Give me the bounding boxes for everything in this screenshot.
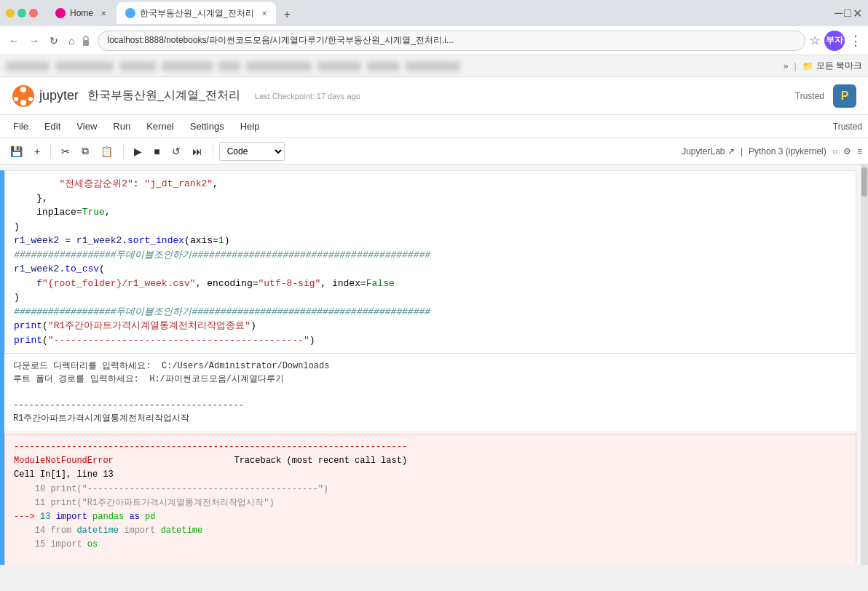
kernel-status: Python 3 (ipykernel) (749, 146, 826, 156)
python-icon: P (833, 84, 856, 108)
scrollbar-track[interactable] (861, 164, 868, 565)
copy-button[interactable]: ⧉ (77, 142, 93, 160)
address-input[interactable] (98, 31, 805, 51)
cell-type-select[interactable]: Code Markdown Raw (219, 142, 285, 161)
svg-point-4 (14, 97, 18, 101)
kernel-circle: ○ (832, 146, 837, 156)
output-text-content: 다운로드 디렉터리를 입력하세요: C:/Users/Administrator… (4, 354, 856, 431)
toolbar-separator-icon: | (741, 146, 743, 156)
bookmark-star-button[interactable]: ☆ (810, 33, 820, 47)
menu-help[interactable]: Help (233, 118, 267, 135)
trusted-status: Trusted (833, 122, 862, 132)
tab-notebook-label: 한국부동산원_시계열_전처리 (140, 7, 254, 20)
cell-content-code: "전세증감순위2": "j_dt_rank2", }, inplace=True… (4, 170, 868, 354)
window-controls[interactable] (6, 9, 38, 17)
window-restore-btn[interactable]: □ (844, 7, 851, 20)
output-cell-text: 다운로드 디렉터리를 입력하세요: C:/Users/Administrator… (0, 354, 868, 434)
svg-point-5 (28, 97, 33, 101)
nav-back-button[interactable]: ← (6, 32, 22, 49)
lock-icon (82, 36, 90, 46)
svg-point-2 (20, 87, 26, 92)
minimize-button[interactable] (6, 9, 15, 17)
toolbar-settings-icon[interactable]: ⚙ (843, 146, 851, 156)
jupyter-header: jupyter 한국부동산원_시계열_전처리 Last Checkpoint: … (0, 77, 868, 115)
error-output-area: ----------------------------------------… (4, 434, 856, 565)
jupyter-logo: jupyter (12, 84, 79, 108)
bookmark-5[interactable] (218, 61, 240, 71)
tab-notebook-icon (125, 8, 135, 18)
bookmarks-bar: » | 📁 모든 북마크 (0, 55, 868, 77)
toolbar-menu-icon[interactable]: ≡ (857, 146, 862, 156)
bookmark-4[interactable] (162, 61, 213, 71)
notebook-name[interactable]: 한국부동산원_시계열_전처리 (87, 88, 240, 103)
toolbar-separator-3 (213, 144, 213, 159)
run-button[interactable]: ▶ (130, 143, 146, 160)
svg-point-3 (20, 100, 26, 106)
tab-home[interactable]: Home ✕ (47, 2, 115, 24)
window-close-btn[interactable]: ✕ (853, 7, 862, 20)
tab-home-close[interactable]: ✕ (100, 9, 106, 17)
jupyterlab-link[interactable]: JupyterLab ↗ (682, 146, 735, 156)
bookmark-9[interactable] (406, 61, 460, 71)
window-minimize-btn[interactable]: ─ (835, 7, 843, 20)
svg-rect-0 (83, 40, 89, 46)
bookmark-2[interactable] (55, 61, 114, 71)
nav-forward-button[interactable]: → (26, 32, 42, 49)
profile-icon[interactable]: 부자 (824, 31, 845, 51)
jupyter-logo-icon (12, 84, 35, 108)
menu-run[interactable]: Run (106, 118, 138, 135)
scrollbar-thumb[interactable] (861, 167, 867, 197)
output-content: 다운로드 디렉터리를 입력하세요: C:/Users/Administrator… (4, 354, 868, 434)
add-tab-button[interactable]: + (277, 5, 296, 24)
folder-icon: 📁 (802, 61, 813, 71)
bookmark-6[interactable] (246, 61, 312, 71)
toolbar-separator-2 (123, 144, 124, 159)
all-bookmarks-button[interactable]: 📁 모든 북마크 (802, 60, 862, 72)
menu-kernel[interactable]: Kernel (139, 118, 181, 135)
output-text-area: 다운로드 디렉터리를 입력하세요: C:/Users/Administrator… (4, 354, 856, 431)
bookmark-7[interactable] (317, 61, 361, 71)
menu-file[interactable]: File (6, 118, 36, 135)
title-bar: Home ✕ 한국부동산원_시계열_전처리 ✕ + ─ □ ✕ (0, 0, 868, 26)
add-cell-button[interactable]: + (30, 143, 44, 160)
menu-edit[interactable]: Edit (37, 118, 68, 135)
paste-button[interactable]: 📋 (96, 143, 117, 160)
stop-button[interactable]: ■ (149, 143, 164, 160)
trusted-label: Trusted (795, 91, 824, 101)
menu-view[interactable]: View (69, 118, 104, 135)
browser-menu-button[interactable]: ⋮ (849, 33, 862, 49)
bookmark-3[interactable] (119, 61, 156, 71)
jupyter-logo-text: jupyter (39, 88, 79, 103)
tab-notebook[interactable]: 한국부동산원_시계열_전처리 ✕ (117, 2, 276, 24)
code-cell-input[interactable]: "전세증감순위2": "j_dt_rank2", }, inplace=True… (4, 170, 856, 354)
restart-button[interactable]: ↺ (167, 143, 185, 160)
bookmark-8[interactable] (367, 61, 400, 71)
menu-settings[interactable]: Settings (183, 118, 232, 135)
bookmark-1[interactable] (6, 61, 50, 71)
close-button[interactable] (29, 9, 38, 17)
nav-refresh-button[interactable]: ↻ (47, 32, 61, 49)
bookmarks-expand-button[interactable]: » (784, 61, 789, 71)
error-output-text: ----------------------------------------… (4, 434, 856, 565)
notebook-area[interactable]: "전세증감순위2": "j_dt_rank2", }, inplace=True… (0, 164, 868, 565)
tab-home-icon (55, 8, 66, 18)
error-content: ----------------------------------------… (4, 434, 868, 565)
cut-button[interactable]: ✂ (57, 143, 74, 160)
code-cell-1: "전세증감순위2": "j_dt_rank2", }, inplace=True… (0, 170, 868, 354)
save-button[interactable]: 💾 (6, 143, 27, 160)
error-cell: ----------------------------------------… (0, 434, 868, 565)
menu-bar: File Edit View Run Kernel Settings Help … (0, 115, 868, 138)
restart-run-button[interactable]: ⏭ (188, 143, 207, 160)
checkpoint-text: Last Checkpoint: 17 days ago (255, 92, 360, 100)
bookmarks-right: » | 📁 모든 북마크 (784, 60, 862, 72)
tab-home-label: Home (70, 8, 93, 18)
nav-home-button[interactable]: ⌂ (66, 32, 77, 49)
maximize-button[interactable] (17, 9, 26, 17)
python-label: P (841, 90, 849, 103)
tab-notebook-close[interactable]: ✕ (261, 9, 267, 17)
toolbar-separator-1 (50, 144, 51, 159)
code-input-text: "전세증감순위2": "j_dt_rank2", }, inplace=True… (5, 171, 856, 353)
toolbar: 💾 + ✂ ⧉ 📋 ▶ ■ ↺ ⏭ Code Markdown Raw Jupy… (0, 138, 868, 164)
address-bar: ← → ↻ ⌂ ☆ 부자 ⋮ (0, 26, 868, 55)
